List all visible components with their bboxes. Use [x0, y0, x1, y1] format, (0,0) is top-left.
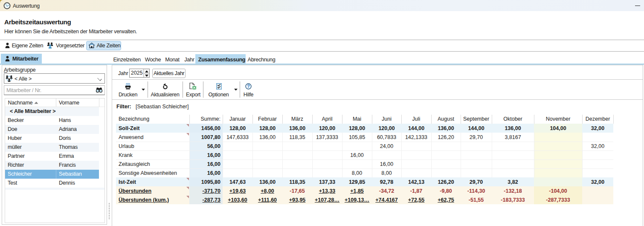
svg-text:?: ?: [247, 84, 249, 89]
